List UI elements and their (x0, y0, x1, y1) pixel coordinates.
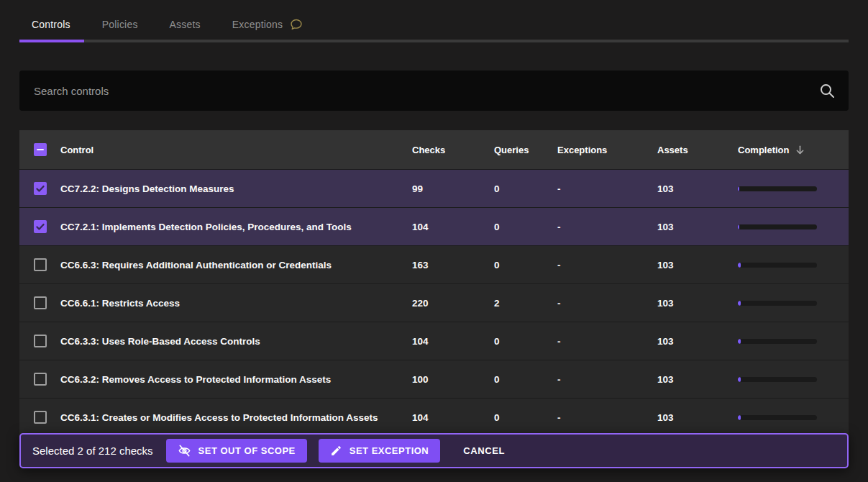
tab-policies[interactable]: Policies (90, 10, 150, 44)
tab-exceptions[interactable]: Exceptions (220, 10, 316, 44)
table-row[interactable]: CC6.6.3: Requires Additional Authenticat… (19, 245, 849, 283)
search-bar[interactable] (19, 71, 849, 111)
exceptions-value: - (557, 374, 657, 385)
checks-value: 104 (412, 412, 494, 423)
completion-progress-fill (738, 301, 741, 306)
completion-progress-fill (738, 224, 739, 229)
exceptions-value: - (557, 336, 657, 347)
row-checkbox[interactable] (34, 220, 47, 233)
column-header-assets[interactable]: Assets (657, 145, 738, 155)
tab-divider (19, 40, 849, 42)
completion-progress-bar (738, 377, 817, 382)
column-header-exceptions[interactable]: Exceptions (557, 145, 657, 155)
row-checkbox[interactable] (34, 335, 47, 347)
checks-value: 104 (412, 222, 494, 232)
queries-value: 0 (494, 183, 557, 194)
row-checkbox[interactable] (34, 411, 47, 424)
table-row[interactable]: CC6.6.1: Restricts Access 220 2 - 103 (19, 283, 849, 322)
exceptions-value: - (557, 222, 657, 232)
completion-progress-fill (738, 263, 741, 268)
row-checkbox[interactable] (34, 258, 47, 271)
select-all-checkbox[interactable] (34, 143, 47, 156)
completion-progress-fill (738, 339, 741, 344)
table-row[interactable]: CC6.3.3: Uses Role-Based Access Controls… (19, 322, 849, 360)
completion-progress-bar (738, 263, 817, 268)
control-name[interactable]: CC7.2.1: Implements Detection Policies, … (60, 222, 412, 232)
queries-value: 0 (494, 222, 557, 232)
completion-progress-fill (738, 415, 741, 420)
column-header-queries[interactable]: Queries (494, 145, 557, 155)
tab-assets[interactable]: Assets (157, 10, 213, 44)
queries-value: 0 (494, 260, 557, 270)
completion-progress-bar (738, 339, 817, 344)
table-row[interactable]: CC6.3.1: Creates or Modifies Access to P… (19, 398, 849, 436)
set-out-of-scope-label: SET OUT OF SCOPE (198, 445, 296, 456)
exceptions-value: - (557, 412, 657, 423)
completion-header-label: Completion (738, 145, 790, 155)
set-out-of-scope-button[interactable]: SET OUT OF SCOPE (166, 439, 307, 463)
column-header-checks[interactable]: Checks (412, 145, 494, 155)
selection-count-text: Selected 2 of 212 checks (32, 445, 153, 457)
assets-value: 103 (657, 298, 738, 309)
queries-value: 0 (494, 412, 557, 423)
sort-descending-icon (795, 145, 805, 155)
eye-off-icon (178, 444, 191, 458)
control-name[interactable]: CC6.3.1: Creates or Modifies Access to P… (60, 412, 412, 423)
control-name[interactable]: CC6.6.3: Requires Additional Authenticat… (60, 260, 412, 270)
indeterminate-dash-icon (37, 149, 44, 151)
assets-value: 103 (657, 222, 738, 232)
control-name[interactable]: CC7.2.2: Designs Detection Measures (60, 183, 412, 194)
checks-value: 220 (412, 298, 494, 309)
search-icon[interactable] (818, 82, 836, 99)
completion-progress-bar (738, 415, 817, 420)
checks-value: 104 (412, 336, 494, 347)
control-name[interactable]: CC6.3.3: Uses Role-Based Access Controls (60, 336, 412, 347)
row-checkbox[interactable] (34, 296, 47, 309)
completion-progress-bar (738, 186, 817, 191)
assets-value: 103 (657, 412, 738, 423)
completion-progress-fill (738, 377, 741, 382)
assets-value: 103 (657, 183, 738, 194)
table-row[interactable]: CC7.2.2: Designs Detection Measures 99 0… (19, 169, 849, 207)
table-header-row: Control Checks Queries Exceptions Assets… (19, 130, 849, 169)
row-checkbox[interactable] (34, 373, 47, 386)
search-input[interactable] (32, 84, 818, 98)
pencil-icon (330, 445, 342, 457)
control-name[interactable]: CC6.3.2: Removes Access to Protected Inf… (60, 374, 412, 385)
controls-table: Control Checks Queries Exceptions Assets… (19, 130, 849, 436)
column-header-completion[interactable]: Completion (738, 145, 849, 155)
assets-value: 103 (657, 374, 738, 385)
speech-bubble-icon (289, 17, 303, 32)
tab-label: Policies (102, 19, 138, 30)
row-checkbox[interactable] (34, 182, 47, 195)
exceptions-value: - (557, 183, 657, 194)
cancel-button[interactable]: CANCEL (456, 439, 512, 463)
completion-progress-bar (738, 301, 817, 306)
queries-value: 2 (494, 298, 557, 309)
tab-label: Controls (32, 19, 70, 30)
assets-value: 103 (657, 260, 738, 270)
tab-label: Assets (170, 19, 201, 30)
column-header-control[interactable]: Control (60, 145, 412, 155)
exceptions-value: - (557, 298, 657, 309)
queries-value: 0 (494, 336, 557, 347)
assets-value: 103 (657, 336, 738, 347)
completion-progress-fill (738, 186, 739, 191)
active-tab-indicator (19, 40, 84, 42)
completion-progress-bar (738, 224, 817, 229)
exceptions-value: - (557, 260, 657, 270)
control-name[interactable]: CC6.6.1: Restricts Access (60, 298, 412, 309)
set-exception-label: SET EXCEPTION (350, 445, 429, 456)
queries-value: 0 (494, 374, 557, 385)
table-row[interactable]: CC7.2.1: Implements Detection Policies, … (19, 207, 849, 245)
tab-label: Exceptions (232, 19, 283, 30)
checks-value: 100 (412, 374, 494, 385)
tab-bar: ControlsPoliciesAssetsExceptions (19, 10, 316, 44)
checks-value: 99 (412, 183, 494, 194)
set-exception-button[interactable]: SET EXCEPTION (319, 439, 441, 463)
table-row[interactable]: CC6.3.2: Removes Access to Protected Inf… (19, 360, 849, 398)
tab-controls[interactable]: Controls (19, 10, 83, 44)
table-body: CC7.2.2: Designs Detection Measures 99 0… (19, 169, 849, 436)
selection-action-bar: Selected 2 of 212 checks SET OUT OF SCOP… (19, 433, 849, 468)
checks-value: 163 (412, 260, 494, 270)
